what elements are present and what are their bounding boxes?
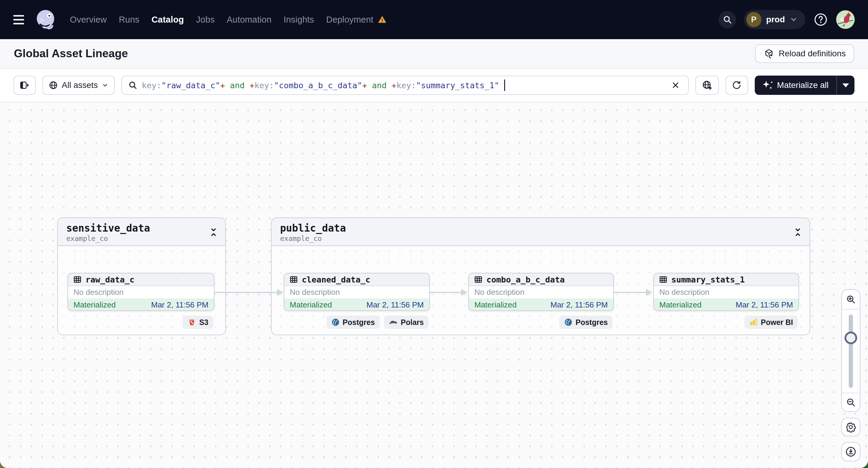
asset-tags: Power BI [745, 316, 798, 329]
nav-item-jobs[interactable]: Jobs [196, 15, 215, 25]
top-navigation: Overview Runs Catalog Jobs Automation In… [0, 0, 868, 39]
download-image-button[interactable] [841, 442, 861, 461]
reload-definitions-label: Reload definitions [779, 49, 846, 58]
group-header[interactable]: sensitive_data example_co [58, 218, 225, 246]
query-text: key:"raw_data_c"+ and +key:"combo_a_b_c_… [142, 81, 499, 90]
nav-links: Overview Runs Catalog Jobs Automation In… [70, 15, 387, 25]
edge-raw-data-c-to-cleaned-data-c [214, 292, 277, 293]
tag-label: Polars [401, 318, 424, 327]
nav-right-cluster: P prod [719, 10, 855, 29]
reload-definitions-button[interactable]: Reload definitions [755, 44, 854, 63]
environment-switcher[interactable]: P prod [744, 10, 805, 29]
asset-tags: Postgres Polars [327, 316, 429, 329]
nav-item-overview[interactable]: Overview [70, 15, 106, 25]
open-side-panel-button[interactable] [13, 75, 36, 95]
fetch-remote-graph-button[interactable] [695, 75, 719, 95]
asset-query-input[interactable]: key:"raw_data_c"+ and +key:"combo_a_b_c_… [121, 75, 689, 95]
graph-settings-button[interactable] [841, 418, 861, 436]
refresh-button[interactable] [725, 75, 748, 95]
asset-name: cleaned_data_c [302, 275, 370, 284]
asset-tags: S3 [183, 316, 213, 329]
warning-icon [377, 15, 387, 24]
collapse-group-button[interactable] [792, 226, 804, 239]
lineage-canvas[interactable]: sensitive_data example_co raw_data_c No … [0, 102, 868, 468]
reload-cube-icon [764, 48, 774, 59]
query-token: and [367, 81, 392, 90]
nav-item-runs[interactable]: Runs [119, 15, 140, 25]
zoom-in-icon [846, 294, 856, 305]
tag-label: Power BI [761, 318, 793, 327]
query-token: + [220, 81, 225, 90]
group-location: example_co [280, 234, 802, 243]
dagster-logo[interactable] [34, 8, 57, 31]
query-token: key: [396, 81, 416, 90]
nav-item-automation[interactable]: Automation [227, 15, 272, 25]
zoom-slider[interactable] [842, 310, 860, 393]
status-badge: Materialized [659, 300, 702, 310]
asset-scope-filter[interactable]: All assets [42, 75, 115, 95]
tag-label: S3 [199, 318, 209, 327]
postgres-icon [564, 318, 572, 326]
zoom-slider-thumb[interactable] [844, 332, 857, 344]
materialize-all-button[interactable]: Materialize all [755, 75, 836, 95]
asset-status-row: Materialized Mar 2, 11:56 PM [284, 299, 429, 311]
asset-node-combo-a-b-c-data[interactable]: combo_a_b_c_data No description Material… [468, 273, 614, 311]
asset-status-row: Materialized Mar 2, 11:56 PM [68, 299, 214, 311]
zoom-slider-track[interactable] [849, 314, 853, 388]
edge-combo-a-b-c-data-to-summary-stats-1 [614, 292, 646, 293]
tag-power-bi[interactable]: Power BI [745, 316, 798, 329]
table-icon [289, 275, 298, 284]
zoom-in-button[interactable] [842, 290, 860, 310]
status-badge: Materialized [290, 300, 332, 310]
s3-icon [188, 318, 196, 326]
asset-node-header: combo_a_b_c_data [469, 274, 613, 286]
group-header[interactable]: public_data example_co [272, 218, 810, 246]
table-icon [73, 275, 82, 284]
query-token: + [392, 81, 396, 90]
user-avatar[interactable] [836, 10, 855, 29]
nav-item-deployment[interactable]: Deployment [326, 15, 387, 25]
asset-name: raw_data_c [86, 275, 135, 284]
download-icon [845, 446, 857, 458]
powerbi-icon [749, 318, 758, 326]
help-icon [813, 12, 828, 27]
query-token: key: [142, 81, 161, 90]
group-name: sensitive_data [66, 222, 217, 234]
gear-icon [845, 422, 856, 433]
query-token: + [249, 81, 254, 90]
page-header: Global Asset Lineage Reload definitions [0, 39, 868, 69]
refresh-icon [732, 80, 742, 90]
sparkle-icon [763, 80, 773, 90]
collapse-group-button[interactable] [207, 226, 220, 239]
zoom-control-panel [841, 289, 861, 412]
tag-postgres[interactable]: Postgres [559, 316, 613, 329]
asset-status-row: Materialized Mar 2, 11:56 PM [654, 299, 799, 311]
tag-s3[interactable]: S3 [183, 316, 213, 329]
chevron-down-icon [790, 15, 798, 24]
materialize-options-button[interactable] [837, 75, 855, 95]
nav-item-catalog[interactable]: Catalog [152, 15, 184, 25]
postgres-icon [331, 318, 340, 326]
tag-postgres[interactable]: Postgres [327, 316, 380, 329]
lineage-toolbar: All assets key:"raw_data_c"+ and +key:"c… [0, 69, 868, 102]
search-icon [722, 15, 732, 24]
help-button[interactable] [813, 12, 828, 27]
clear-query-button[interactable] [669, 79, 682, 92]
asset-node-summary-stats-1[interactable]: summary_stats_1 No description Materiali… [653, 273, 799, 311]
materialize-all-split-button: Materialize all [755, 75, 855, 95]
page-title: Global Asset Lineage [14, 47, 128, 60]
nav-item-insights[interactable]: Insights [283, 15, 314, 25]
asset-node-cleaned-data-c[interactable]: cleaned_data_c No description Materializ… [284, 273, 430, 311]
query-token: + [362, 81, 367, 90]
asset-scope-label: All assets [62, 81, 98, 90]
menu-hamburger-icon[interactable] [13, 13, 27, 26]
query-token: key: [254, 81, 274, 90]
zoom-out-button[interactable] [842, 393, 860, 411]
asset-description: No description [68, 286, 214, 299]
search-button[interactable] [719, 11, 736, 28]
search-icon [128, 81, 137, 90]
tag-polars[interactable]: Polars [384, 316, 429, 329]
materialization-timestamp: Mar 2, 11:56 PM [367, 300, 424, 310]
asset-node-header: raw_data_c [68, 274, 214, 286]
asset-node-raw-data-c[interactable]: raw_data_c No description Materialized M… [67, 273, 214, 311]
